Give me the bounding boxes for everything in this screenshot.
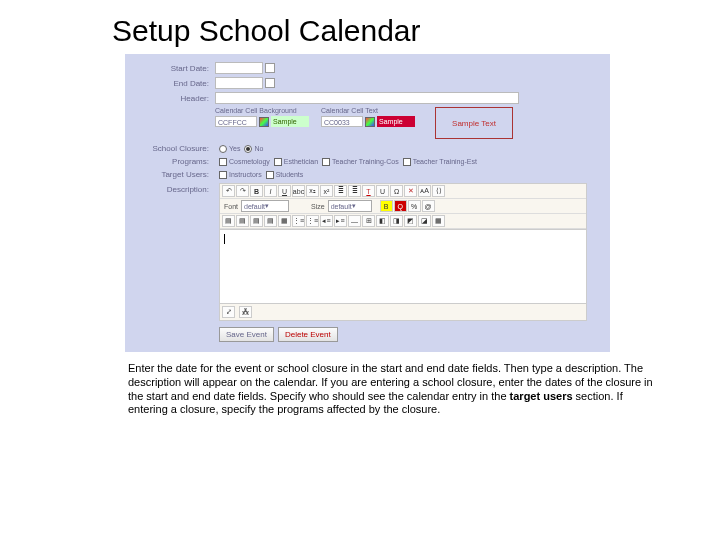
table-edit-icon[interactable]: ▦ xyxy=(432,215,445,227)
subscript-icon[interactable]: x₂ xyxy=(306,185,319,197)
table-edit-icon[interactable]: ◨ xyxy=(390,215,403,227)
cell-text-sample: Sample xyxy=(377,116,415,127)
footer-icon[interactable]: ⁂ xyxy=(239,306,252,318)
table-edit-icon[interactable]: ◪ xyxy=(418,215,431,227)
outdent-icon[interactable]: ◂≡ xyxy=(320,215,333,227)
start-date-input[interactable] xyxy=(215,62,263,74)
description-label: Description: xyxy=(133,183,215,194)
highlight-icon[interactable]: B xyxy=(380,200,393,212)
list-icon[interactable]: ▦ xyxy=(278,215,291,227)
program-option: Esthetician xyxy=(284,158,318,165)
cell-text-input[interactable]: CC0033 xyxy=(321,116,363,127)
editor-footer: ⤢ ⁂ xyxy=(220,303,586,320)
superscript-icon[interactable]: x² xyxy=(320,185,333,197)
bgcolor-icon[interactable]: Q xyxy=(394,200,407,212)
source-icon[interactable]: ⟨⟩ xyxy=(432,185,445,197)
program-checkbox[interactable] xyxy=(274,158,282,166)
delete-event-button[interactable]: Delete Event xyxy=(278,327,338,342)
program-checkbox[interactable] xyxy=(219,158,227,166)
target-users-row: Target Users: Instructors Students xyxy=(133,170,602,179)
resize-icon[interactable]: ⤢ xyxy=(222,306,235,318)
case-icon[interactable]: ᴀA xyxy=(418,185,431,197)
cell-bg-block: Calendar Cell Background CCFFCC Sample xyxy=(215,107,309,127)
forecolor-icon[interactable]: T xyxy=(362,185,375,197)
action-row: Save Event Delete Event xyxy=(219,327,602,342)
color-picker-icon[interactable] xyxy=(365,117,375,127)
underline-icon[interactable]: U xyxy=(278,185,291,197)
toolbar-button[interactable]: @ xyxy=(422,200,435,212)
save-event-button[interactable]: Save Event xyxy=(219,327,274,342)
start-date-row: Start Date: xyxy=(133,62,602,74)
end-date-input[interactable] xyxy=(215,77,263,89)
hr-icon[interactable]: — xyxy=(348,215,361,227)
table-edit-icon[interactable]: ◧ xyxy=(376,215,389,227)
table-icon[interactable]: ⊞ xyxy=(362,215,375,227)
remove-format-icon[interactable]: ✕ xyxy=(404,185,417,197)
align-center-icon[interactable]: ▤ xyxy=(236,215,249,227)
editor-textarea[interactable] xyxy=(220,229,586,303)
color-picker-icon[interactable] xyxy=(259,117,269,127)
editor-toolbar-1: ↶ ↷ B I U abc x₂ x² ≣ ≣ T U Ω ✕ ᴀA ⟨⟩ xyxy=(220,184,586,199)
backcolor-icon[interactable]: U xyxy=(376,185,389,197)
align-icon[interactable]: ≣ xyxy=(334,185,347,197)
align-right-icon[interactable]: ▤ xyxy=(250,215,263,227)
instructions-bold: target users xyxy=(510,390,573,402)
target-option: Students xyxy=(276,171,304,178)
align-icon[interactable]: ≣ xyxy=(348,185,361,197)
program-checkbox[interactable] xyxy=(403,158,411,166)
school-closure-row: School Closure: Yes No xyxy=(133,144,602,153)
editor-toolbar-2: Font default ▾ Size default ▾ B Q % @ xyxy=(220,199,586,214)
calendar-icon[interactable] xyxy=(265,63,275,73)
header-label: Header: xyxy=(133,94,215,103)
toolbar-button[interactable]: % xyxy=(408,200,421,212)
calendar-form-panel: Start Date: End Date: Header: Calendar C… xyxy=(125,54,610,352)
closure-no-radio[interactable] xyxy=(244,145,252,153)
instructions-paragraph: Enter the date for the event or school c… xyxy=(0,352,720,417)
align-justify-icon[interactable]: ▤ xyxy=(264,215,277,227)
table-edit-icon[interactable]: ◩ xyxy=(404,215,417,227)
program-option: Teacher Training-Est xyxy=(413,158,477,165)
target-checkbox[interactable] xyxy=(219,171,227,179)
size-select[interactable]: default ▾ xyxy=(328,200,372,212)
strike-icon[interactable]: abc xyxy=(292,185,305,197)
symbol-icon[interactable]: Ω xyxy=(390,185,403,197)
font-select[interactable]: default ▾ xyxy=(241,200,289,212)
end-date-row: End Date: xyxy=(133,77,602,89)
program-option: Teacher Training-Cos xyxy=(332,158,399,165)
ol-icon[interactable]: ⋮≡ xyxy=(292,215,305,227)
text-cursor xyxy=(224,234,225,244)
programs-row: Programs: Cosmetology Esthetician Teache… xyxy=(133,157,602,166)
editor-toolbar-3: ▤ ▤ ▤ ▤ ▦ ⋮≡ ⋮≡ ◂≡ ▸≡ — ⊞ ◧ ◨ ◩ ◪ ▦ xyxy=(220,214,586,229)
programs-label: Programs: xyxy=(133,157,215,166)
cell-text-label: Calendar Cell Text xyxy=(321,107,415,114)
target-option: Instructors xyxy=(229,171,262,178)
program-option: Cosmetology xyxy=(229,158,270,165)
header-row: Header: xyxy=(133,92,602,104)
program-checkbox[interactable] xyxy=(322,158,330,166)
rich-text-editor: ↶ ↷ B I U abc x₂ x² ≣ ≣ T U Ω ✕ ᴀA ⟨⟩ Fo… xyxy=(219,183,587,321)
cell-bg-input[interactable]: CCFFCC xyxy=(215,116,257,127)
target-users-label: Target Users: xyxy=(133,170,215,179)
redo-icon[interactable]: ↷ xyxy=(236,185,249,197)
bold-icon[interactable]: B xyxy=(250,185,263,197)
indent-icon[interactable]: ▸≡ xyxy=(334,215,347,227)
undo-icon[interactable]: ↶ xyxy=(222,185,235,197)
closure-yes-radio[interactable] xyxy=(219,145,227,153)
cell-text-block: Calendar Cell Text CC0033 Sample xyxy=(321,107,415,127)
font-label: Font xyxy=(222,203,240,210)
align-left-icon[interactable]: ▤ xyxy=(222,215,235,227)
cell-bg-label: Calendar Cell Background xyxy=(215,107,309,114)
page-title: Setup School Calendar xyxy=(0,0,720,54)
italic-icon[interactable]: I xyxy=(264,185,277,197)
calendar-icon[interactable] xyxy=(265,78,275,88)
cell-bg-sample: Sample xyxy=(271,116,309,127)
size-label: Size xyxy=(309,203,327,210)
ul-icon[interactable]: ⋮≡ xyxy=(306,215,319,227)
sample-preview-box: Sample Text xyxy=(435,107,513,139)
start-date-label: Start Date: xyxy=(133,64,215,73)
closure-no-label: No xyxy=(254,145,263,152)
closure-yes-label: Yes xyxy=(229,145,240,152)
header-input[interactable] xyxy=(215,92,519,104)
end-date-label: End Date: xyxy=(133,79,215,88)
target-checkbox[interactable] xyxy=(266,171,274,179)
